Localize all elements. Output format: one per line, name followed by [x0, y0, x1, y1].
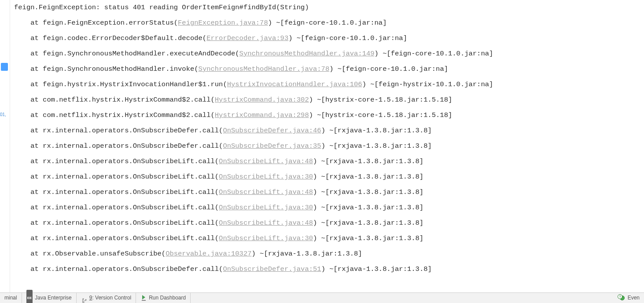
exception-header: feign.FeignException: status 401 reading… [14, 0, 493, 15]
frame-suffix: ) ~[rxjava-1.3.8.jar:1.3.8] [313, 173, 423, 181]
frame-suffix: ) ~[rxjava-1.3.8.jar:1.3.8] [321, 265, 432, 273]
source-link[interactable]: HystrixInvocationHandler.java:106 [227, 80, 362, 88]
vcs-label: 9: Version Control [89, 290, 131, 303]
frame-prefix: at com.netflix.hystrix.HystrixCommand$2.… [14, 111, 215, 119]
frame-suffix: ) ~[feign-core-10.1.0.jar:na] [329, 65, 448, 73]
frame-suffix: ) ~[hystrix-core-1.5.18.jar:1.5.18] [309, 96, 453, 104]
java-enterprise-label: Java Enterprise [35, 290, 71, 303]
java-enterprise-tab[interactable]: EE Java Enterprise [22, 293, 77, 303]
source-link[interactable]: HystrixCommand.java:298 [215, 111, 309, 119]
frame-suffix: ) ~[hystrix-core-1.5.18.jar:1.5.18] [309, 111, 453, 119]
source-link[interactable]: OnSubscribeLift.java:48 [219, 157, 313, 165]
frame-prefix: at rx.Observable.unsafeSubscribe( [14, 250, 166, 258]
frame-suffix: ) ~[feign-hystrix-10.1.0.jar:na] [362, 80, 493, 88]
stack-frame: at rx.internal.operators.OnSubscribeLift… [14, 185, 493, 200]
source-link[interactable]: HystrixCommand.java:302 [215, 96, 309, 104]
gutter-annotation: 01, [0, 107, 6, 122]
frame-prefix: at feign.FeignException.errorStatus( [14, 19, 178, 27]
run-dashboard-label: Run Dashboard [149, 290, 186, 303]
stack-frame: at rx.internal.operators.OnSubscribeLift… [14, 154, 493, 169]
run-dashboard-tab[interactable]: Run Dashboard [136, 293, 191, 303]
frame-prefix: at rx.internal.operators.OnSubscribeDefe… [14, 265, 223, 273]
frame-prefix: at feign.SynchronousMethodHandler.execut… [14, 50, 239, 58]
stack-frame: at com.netflix.hystrix.HystrixCommand$2.… [14, 92, 493, 108]
gutter-marker[interactable] [1, 63, 8, 71]
frame-suffix: ) ~[rxjava-1.3.8.jar:1.3.8] [321, 142, 432, 150]
frame-suffix: ) ~[feign-core-10.1.0.jar:na] [375, 50, 493, 58]
ee-badge-icon: EE [26, 290, 33, 303]
stack-frame: at rx.Observable.unsafeSubscribe(Observa… [14, 246, 493, 262]
source-link[interactable]: Observable.java:10327 [166, 250, 251, 258]
frame-suffix: ) ~[rxjava-1.3.8.jar:1.3.8] [313, 219, 423, 227]
frame-prefix: at com.netflix.hystrix.HystrixCommand$2.… [14, 96, 215, 104]
terminal-tab[interactable]: minal [0, 293, 22, 303]
frame-prefix: at rx.internal.operators.OnSubscribeLift… [14, 157, 219, 165]
frame-suffix: ) ~[feign-core-10.1.0.jar:na] [268, 19, 387, 27]
stack-frame: at feign.SynchronousMethodHandler.execut… [14, 46, 493, 62]
branch-icon [81, 295, 87, 301]
event-log-tab[interactable]: Even [615, 293, 644, 303]
frame-prefix: at rx.internal.operators.OnSubscribeLift… [14, 204, 219, 212]
event-log-label: Even [628, 290, 640, 303]
frame-prefix: at rx.internal.operators.OnSubscribeLift… [14, 188, 219, 196]
source-link[interactable]: SynchronousMethodHandler.java:78 [199, 65, 330, 73]
source-link[interactable]: OnSubscribeLift.java:48 [219, 219, 313, 227]
event-log-icon [619, 295, 626, 301]
version-control-tab[interactable]: 9: Version Control [77, 293, 136, 303]
frame-suffix: ) ~[rxjava-1.3.8.jar:1.3.8] [313, 234, 423, 242]
frame-prefix: at rx.internal.operators.OnSubscribeDefe… [14, 142, 223, 150]
frame-suffix: ) ~[rxjava-1.3.8.jar:1.3.8] [252, 250, 362, 258]
stack-frame: at rx.internal.operators.OnSubscribeLift… [14, 231, 493, 246]
frame-suffix: ) ~[rxjava-1.3.8.jar:1.3.8] [321, 127, 432, 135]
source-link[interactable]: OnSubscribeLift.java:30 [219, 234, 313, 242]
source-link[interactable]: OnSubscribeDefer.java:51 [223, 265, 321, 273]
source-link[interactable]: FeignException.java:78 [178, 19, 268, 27]
run-icon [140, 295, 147, 301]
stack-frame: at feign.codec.ErrorDecoder$Default.deco… [14, 31, 493, 46]
stack-frame: at rx.internal.operators.OnSubscribeLift… [14, 169, 493, 185]
stack-frame: at rx.internal.operators.OnSubscribeLift… [14, 215, 493, 231]
stack-frame: at com.netflix.hystrix.HystrixCommand$2.… [14, 108, 493, 123]
source-link[interactable]: OnSubscribeDefer.java:35 [223, 142, 321, 150]
stack-frame: at feign.SynchronousMethodHandler.invoke… [14, 62, 493, 77]
source-link[interactable]: OnSubscribeLift.java:48 [219, 188, 313, 196]
frame-prefix: at feign.hystrix.HystrixInvocationHandle… [14, 80, 227, 88]
editor-gutter: 01, [0, 0, 10, 303]
frame-suffix: ) ~[rxjava-1.3.8.jar:1.3.8] [313, 204, 423, 212]
source-link[interactable]: SynchronousMethodHandler.java:149 [239, 50, 375, 58]
frame-prefix: at rx.internal.operators.OnSubscribeLift… [14, 234, 219, 242]
console-output[interactable]: feign.FeignException: status 401 reading… [14, 0, 493, 277]
terminal-tab-label: minal [4, 290, 17, 303]
stack-frame: at rx.internal.operators.OnSubscribeLift… [14, 200, 493, 215]
frame-prefix: at rx.internal.operators.OnSubscribeLift… [14, 173, 219, 181]
stack-frame: at feign.FeignException.errorStatus(Feig… [14, 15, 493, 31]
source-link[interactable]: OnSubscribeDefer.java:46 [223, 127, 321, 135]
bottom-toolbar: minal EE Java Enterprise 9: Version Cont… [0, 292, 644, 303]
source-link[interactable]: ErrorDecoder.java:93 [206, 34, 288, 42]
frame-prefix: at feign.SynchronousMethodHandler.invoke… [14, 65, 199, 73]
frame-prefix: at rx.internal.operators.OnSubscribeLift… [14, 219, 219, 227]
frame-prefix: at rx.internal.operators.OnSubscribeDefe… [14, 127, 223, 135]
ide-console-panel: 01, feign.FeignException: status 401 rea… [0, 0, 644, 303]
stack-frame: at rx.internal.operators.OnSubscribeDefe… [14, 123, 493, 139]
frame-suffix: ) ~[feign-core-10.1.0.jar:na] [288, 34, 407, 42]
stack-frame: at rx.internal.operators.OnSubscribeDefe… [14, 262, 493, 277]
frame-suffix: ) ~[rxjava-1.3.8.jar:1.3.8] [313, 157, 423, 165]
source-link[interactable]: OnSubscribeLift.java:30 [219, 173, 313, 181]
stack-frame: at rx.internal.operators.OnSubscribeDefe… [14, 139, 493, 154]
frame-prefix: at feign.codec.ErrorDecoder$Default.deco… [14, 34, 206, 42]
frame-suffix: ) ~[rxjava-1.3.8.jar:1.3.8] [313, 188, 423, 196]
stack-frame: at feign.hystrix.HystrixInvocationHandle… [14, 77, 493, 92]
source-link[interactable]: OnSubscribeLift.java:30 [219, 204, 313, 212]
